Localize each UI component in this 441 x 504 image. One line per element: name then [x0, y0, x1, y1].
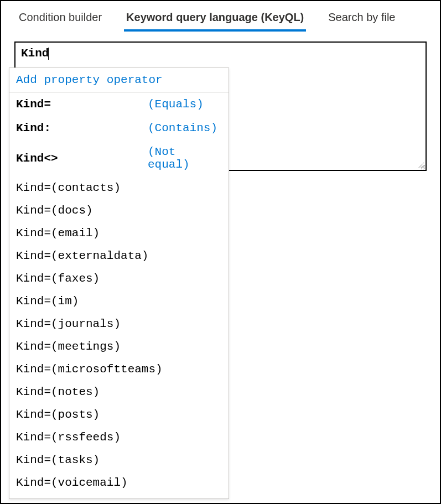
operator-hint: (Not equal) — [148, 146, 222, 171]
tab-condition-builder[interactable]: Condition builder — [17, 8, 104, 32]
resize-handle-icon[interactable] — [417, 161, 424, 169]
suggestion-dropdown: Add property operator Kind= (Equals) Kin… — [9, 67, 229, 499]
operator-key: Kind<> — [16, 152, 148, 165]
suggestion-item[interactable]: Kind=(tasks) — [9, 449, 229, 471]
operator-hint: (Equals) — [148, 98, 204, 111]
suggestion-item[interactable]: Kind=(email) — [9, 222, 229, 245]
operator-key: Kind= — [16, 98, 148, 111]
svg-line-0 — [418, 163, 424, 168]
svg-line-1 — [421, 165, 424, 168]
suggestion-item[interactable]: Kind=(notes) — [9, 381, 229, 403]
tabs-bar: Condition builder Keyword query language… — [1, 1, 440, 32]
suggestion-item[interactable]: Kind=(im) — [9, 290, 229, 313]
query-text: Kind — [21, 47, 49, 60]
text-cursor — [48, 48, 49, 60]
operator-not-equal[interactable]: Kind<> (Not equal) — [9, 140, 229, 176]
suggestion-item[interactable]: Kind=(faxes) — [9, 267, 229, 290]
suggestion-item[interactable]: Kind=(meetings) — [9, 335, 229, 358]
suggestion-header: Add property operator — [9, 68, 229, 92]
operator-key: Kind: — [16, 122, 148, 134]
operator-contains[interactable]: Kind: (Contains) — [9, 116, 229, 140]
suggestion-item[interactable]: Kind=(docs) — [9, 199, 229, 222]
suggestion-item[interactable]: Kind=(rssfeeds) — [9, 426, 229, 449]
svg-line-2 — [423, 167, 424, 168]
suggestion-item[interactable]: Kind=(voicemail) — [9, 471, 229, 494]
suggestion-item[interactable]: Kind=(posts) — [9, 403, 229, 426]
suggestion-item[interactable]: Kind=(contacts) — [9, 176, 229, 199]
tab-search-by-file[interactable]: Search by file — [326, 8, 397, 32]
operator-hint: (Contains) — [148, 122, 217, 134]
suggestion-item[interactable]: Kind=(externaldata) — [9, 245, 229, 267]
suggestion-item[interactable]: Kind=(microsoftteams) — [9, 358, 229, 381]
suggestion-item[interactable]: Kind=(journals) — [9, 313, 229, 335]
tab-keyql[interactable]: Keyword query language (KeyQL) — [124, 8, 306, 32]
operator-equals[interactable]: Kind= (Equals) — [9, 92, 229, 116]
